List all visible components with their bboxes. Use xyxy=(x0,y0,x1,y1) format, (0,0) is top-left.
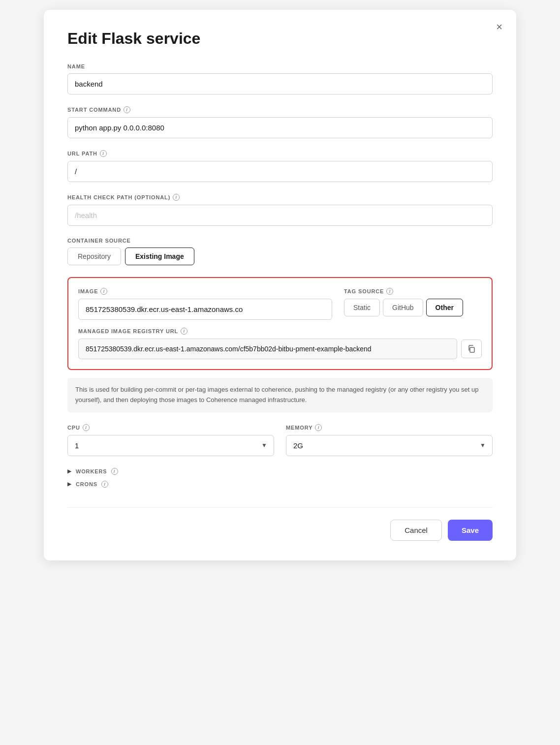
close-button[interactable]: × xyxy=(494,20,504,34)
url-path-input[interactable] xyxy=(67,161,493,182)
svg-rect-0 xyxy=(470,347,474,352)
info-box: This is used for building per-commit or … xyxy=(67,378,493,412)
name-label: NAME xyxy=(67,63,493,69)
tag-source-other-btn[interactable]: Other xyxy=(426,299,463,316)
container-source-repository-btn[interactable]: Repository xyxy=(67,248,121,265)
tag-source-label: TAG SOURCE i xyxy=(344,288,482,295)
cpu-info-icon: i xyxy=(83,424,90,431)
registry-url-row xyxy=(78,339,482,359)
start-command-label: START COMMAND i xyxy=(67,106,493,113)
url-path-info-icon: i xyxy=(100,150,107,157)
name-input[interactable] xyxy=(67,73,493,94)
container-source-label: CONTAINER SOURCE xyxy=(67,238,493,244)
registry-url-input[interactable] xyxy=(78,339,457,359)
workers-info-icon: i xyxy=(111,468,118,475)
health-check-input[interactable] xyxy=(67,205,493,226)
crons-arrow-icon: ▶ xyxy=(67,481,72,487)
tag-source-col: TAG SOURCE i Static GitHub Other xyxy=(344,288,482,316)
workers-collapsible[interactable]: ▶ WORKERS i xyxy=(67,468,493,475)
health-check-field-group: HEALTH CHECK PATH (OPTIONAL) i xyxy=(67,194,493,226)
container-source-toggle: Repository Existing Image xyxy=(67,248,493,265)
container-source-field-group: CONTAINER SOURCE Repository Existing Ima… xyxy=(67,238,493,265)
save-button[interactable]: Save xyxy=(448,520,493,541)
cancel-button[interactable]: Cancel xyxy=(390,520,442,541)
tag-source-static-btn[interactable]: Static xyxy=(344,299,380,316)
workers-arrow-icon: ▶ xyxy=(67,468,72,474)
container-source-existing-image-btn[interactable]: Existing Image xyxy=(125,248,194,265)
image-col: IMAGE i xyxy=(78,288,332,320)
image-label: IMAGE i xyxy=(78,288,332,295)
memory-info-icon: i xyxy=(315,424,322,431)
memory-label: MEMORY i xyxy=(286,424,493,431)
edit-flask-modal: × Edit Flask service NAME START COMMAND … xyxy=(44,10,516,560)
cpu-memory-row: CPU i 1 2 4 8 ▼ MEMORY i 512M xyxy=(67,424,493,456)
url-path-label: URL PATH i xyxy=(67,150,493,157)
cpu-label: CPU i xyxy=(67,424,274,431)
memory-field-group: MEMORY i 512M 1G 2G 4G 8G ▼ xyxy=(286,424,493,456)
cpu-field-group: CPU i 1 2 4 8 ▼ xyxy=(67,424,274,456)
health-check-label: HEALTH CHECK PATH (OPTIONAL) i xyxy=(67,194,493,201)
start-command-field-group: START COMMAND i xyxy=(67,106,493,138)
copy-registry-url-button[interactable] xyxy=(461,340,482,358)
footer-actions: Cancel Save xyxy=(67,507,493,541)
start-command-input[interactable] xyxy=(67,117,493,138)
start-command-info-icon: i xyxy=(124,106,130,113)
memory-select[interactable]: 512M 1G 2G 4G 8G xyxy=(286,435,493,456)
memory-select-wrapper: 512M 1G 2G 4G 8G ▼ xyxy=(286,435,493,456)
image-tag-row: IMAGE i TAG SOURCE i Static GitHub Other xyxy=(78,288,482,320)
copy-icon xyxy=(467,345,475,353)
managed-registry-url-group: MANAGED IMAGE REGISTRY URL i xyxy=(78,328,482,359)
url-path-field-group: URL PATH i xyxy=(67,150,493,182)
managed-registry-info-icon: i xyxy=(181,328,187,335)
tag-source-info-icon: i xyxy=(386,288,393,295)
tag-source-buttons: Static GitHub Other xyxy=(344,299,482,316)
crons-info-icon: i xyxy=(101,481,108,488)
managed-registry-url-label: MANAGED IMAGE REGISTRY URL i xyxy=(78,328,482,335)
image-info-icon: i xyxy=(100,288,107,295)
health-check-info-icon: i xyxy=(173,194,180,201)
name-field-group: NAME xyxy=(67,63,493,94)
crons-collapsible[interactable]: ▶ CRONS i xyxy=(67,481,493,488)
modal-title: Edit Flask service xyxy=(67,30,493,48)
tag-source-github-btn[interactable]: GitHub xyxy=(383,299,423,316)
image-tag-section: IMAGE i TAG SOURCE i Static GitHub Other xyxy=(67,277,493,370)
cpu-select[interactable]: 1 2 4 8 xyxy=(67,435,274,456)
image-input[interactable] xyxy=(78,299,332,320)
cpu-select-wrapper: 1 2 4 8 ▼ xyxy=(67,435,274,456)
